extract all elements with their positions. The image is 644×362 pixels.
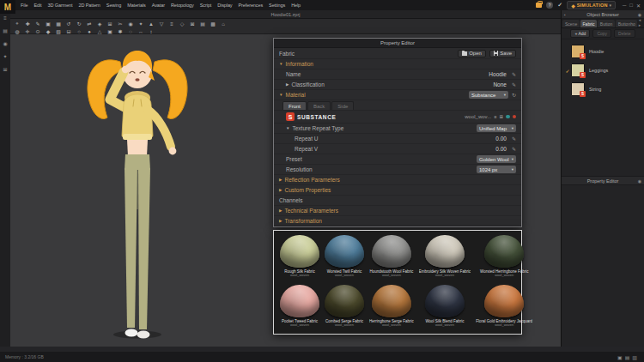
rail-tool-icon[interactable]: ▤ [3,27,8,33]
toolbar-icon[interactable]: ○ [76,29,82,34]
toolbar-icon[interactable]: ▤ [199,21,206,27]
toolbar-icon[interactable]: ◌ [127,29,134,34]
toolbar-icon[interactable]: ⊟ [65,28,72,34]
menu-item[interactable]: Help [291,3,301,8]
toolbar-icon[interactable]: ▦ [55,21,62,27]
avatar-3d-character[interactable] [52,38,232,343]
edit-pencil-icon[interactable]: ✎ [512,71,516,77]
toolbar-icon[interactable]: ↔ [137,29,144,34]
fabric-list-item[interactable]: ✓ S Hoodie [562,42,644,61]
information-section-header[interactable]: ▼ Information [274,59,521,69]
fabric-preset-cell[interactable]: Floral Gold Embroidery Jacquard wool_wov… [476,285,532,332]
toolbar-icon[interactable]: ⌖ [14,21,21,27]
toolbar-icon[interactable]: ◍ [14,28,21,34]
resolution-dropdown[interactable]: 1024 px ▾ [477,166,516,173]
open-button[interactable]: Open [458,50,486,57]
refresh-icon[interactable]: ↻ [512,92,516,98]
tab-buttonhole[interactable]: Buttonho [616,20,637,27]
tab-side[interactable]: Side [331,101,354,110]
pin-icon[interactable]: ◉ [638,12,641,17]
technical-section-header[interactable]: ▶ Technical Parameters [274,206,521,216]
menu-item[interactable]: Sewing [106,3,121,8]
save-button[interactable]: Save [489,50,516,57]
window-control-button[interactable]: ─ [623,3,626,9]
menu-item[interactable]: Avatar [152,3,165,8]
rail-tool-icon[interactable]: ⊞ [3,66,7,72]
toolbar-icon[interactable]: ⇄ [86,21,93,27]
fabric-preset-cell[interactable]: Wool Silk Blend Fabric wool_woven [419,285,471,332]
menu-item[interactable]: Settings [269,3,285,8]
object-browser-titlebar[interactable]: ▪ Object Browser ◉ [562,10,644,19]
toolbar-icon[interactable]: ✱ [117,28,124,34]
menu-item[interactable]: Preferences [239,3,264,8]
fabric-preset-cell[interactable]: Embroidery Silk Woven Fabric wool_woven [419,235,471,282]
fabric-list-item[interactable]: ✓ S Leggings [562,61,644,80]
menu-item[interactable]: Retopology [171,3,194,8]
toolbar-icon[interactable]: ◆ [45,28,52,34]
simulation-button[interactable]: ◆ SIMULATION ▾ [567,1,616,9]
edit-pencil-icon[interactable]: ✎ [512,81,516,87]
red-status-icon[interactable] [513,115,517,119]
toolbar-icon[interactable]: ● [86,29,93,34]
rail-tool-icon[interactable]: ✦ [3,53,7,59]
toolbar-icon[interactable]: ✦ [137,21,144,27]
toolbar-icon[interactable]: ◉ [127,21,134,27]
help-icon[interactable]: ? [546,2,553,9]
toolbar-icon[interactable]: ↺ [65,21,72,27]
fabric-preset-cell[interactable]: Combed Serge Fabric wool_woven [325,285,364,332]
toolbar-icon[interactable]: ✎ [34,21,41,27]
fabric-preset-cell[interactable]: Herringbone Serge Fabric wool_woven [369,285,414,332]
toolbar-icon[interactable]: △ [96,28,103,34]
tab-fabric[interactable]: Fabric [580,20,597,27]
menu-item[interactable]: Materials [127,3,145,8]
copy-fabric-button[interactable]: Copy [592,29,611,38]
sync-check-icon[interactable]: ✓ [557,2,562,9]
fabric-list-item[interactable]: ✓ S String [562,80,644,99]
tab-scene[interactable]: Scene [562,20,580,27]
property-editor-collapsed-titlebar[interactable]: Property Editor ◉ [562,176,644,185]
toolbar-icon[interactable]: ▣ [106,28,113,34]
edit-pencil-icon[interactable]: ✎ [512,146,516,152]
fabric-preset-cell[interactable]: Worsted Herringbone Fabric wool_woven [476,235,532,282]
window-control-button[interactable]: □ [629,3,633,9]
toolbar-icon[interactable]: ✂ [117,21,124,27]
toolbar-icon[interactable]: ◇ [179,21,185,27]
add-fabric-button[interactable]: + Add [570,29,590,38]
menu-item[interactable]: Edit [33,3,41,8]
toolbar-icon[interactable]: ▲ [148,21,155,27]
reflection-section-header[interactable]: ▶ Reflection Parameters [274,175,521,185]
texture-repeat-dropdown[interactable]: Unified Map ▾ [477,124,516,132]
fabric-preset-cell[interactable]: Houndstooth Wool Fabric wool_woven [369,235,414,282]
list-icon[interactable]: ≡ [494,114,496,119]
tab-front[interactable]: Front [283,101,307,110]
grid-icon[interactable]: ⊞ [499,114,503,119]
menu-item[interactable]: Display [217,3,232,8]
menu-item[interactable]: Script [200,3,211,8]
layout-view-icon[interactable]: ▥ [632,354,637,360]
pin-icon[interactable]: ◉ [638,178,641,184]
toolbar-icon[interactable]: ◈ [96,21,103,27]
delete-fabric-button[interactable]: Delete [614,29,635,38]
file-tab[interactable]: Hoodie01.zprj [271,12,301,17]
toolbar-icon[interactable]: ↕ [148,29,155,34]
fabric-preset-cell[interactable]: Pocket Tweed Fabric wool_woven [280,285,319,332]
preset-dropdown[interactable]: Golden Wool ▾ [477,155,516,163]
classification-row[interactable]: ▶ Classification None ✎ [274,80,521,90]
layout-view-icon[interactable]: ▣ [617,354,623,360]
toolbar-icon[interactable]: ▣ [45,21,52,27]
custom-properties-section-header[interactable]: ▶ Custom Properties [274,185,521,196]
toolbar-icon[interactable]: ▧ [55,28,62,34]
teal-status-icon[interactable] [506,115,510,119]
store-icon[interactable] [536,3,542,8]
material-section-header[interactable]: ▼ Material Substance ▾ ↻ [274,90,521,100]
menu-item[interactable]: File [21,3,27,8]
menu-item[interactable]: 2D Pattern [79,3,100,8]
toolbar-icon[interactable]: ▩ [210,21,216,27]
rail-tool-icon[interactable]: ◉ [3,40,7,46]
rail-tool-icon[interactable]: ≡ [3,15,7,21]
material-type-dropdown[interactable]: Substance ▾ [469,91,508,99]
property-editor-titlebar[interactable]: Property Editor [274,39,521,48]
toolbar-icon[interactable]: ⌂ [220,21,227,27]
fabric-preset-cell[interactable]: Worsted Twill Fabric wool_woven [325,235,364,282]
fabric-preset-cell[interactable]: Rough Silk Fabric wool_woven [280,235,319,282]
